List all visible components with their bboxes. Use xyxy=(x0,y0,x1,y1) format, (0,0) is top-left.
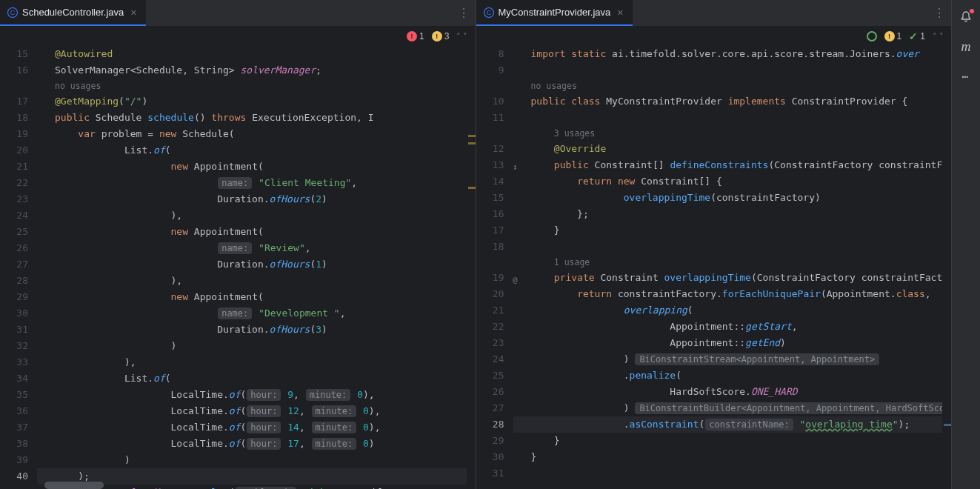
right-code[interactable]: import static ai.timefold.solver.core.ap… xyxy=(513,46,952,489)
left-gutter: 1516171819202122232425262728293031323334… xyxy=(0,46,37,489)
svg-text:C: C xyxy=(10,9,16,16)
tab-menu-icon[interactable]: ⋮ xyxy=(452,6,476,20)
warning-badge[interactable]: !1 xyxy=(884,31,902,41)
right-editor-pane: C MyConstraintProvider.java × ⋮ !1 ✓1 ˄ … xyxy=(476,0,952,489)
horizontal-scrollbar[interactable] xyxy=(44,482,104,489)
success-badge[interactable] xyxy=(867,31,877,41)
close-icon[interactable]: × xyxy=(615,7,625,18)
tab-menu-icon[interactable]: ⋮ xyxy=(927,6,951,20)
tab-constraint-provider[interactable]: C MyConstraintProvider.java × xyxy=(476,0,633,26)
right-gutter: 8910111213↕141516171819@2021222324252627… xyxy=(476,46,513,489)
tab-label: ScheduleController.java xyxy=(22,7,124,18)
left-error-stripe[interactable] xyxy=(467,46,476,489)
nav-up-down-icon[interactable]: ˄ ˅ xyxy=(933,32,944,41)
left-inspection-bar: !1 !3 ˄ ˅ xyxy=(0,27,476,46)
tab-schedule-controller[interactable]: C ScheduleController.java × xyxy=(0,0,146,26)
right-code-area[interactable]: 8910111213↕141516171819@2021222324252627… xyxy=(476,46,952,489)
right-error-stripe[interactable] xyxy=(942,46,951,489)
java-class-icon: C xyxy=(484,7,494,18)
typo-badge[interactable]: ✓1 xyxy=(909,30,925,42)
right-inspection-bar: !1 ✓1 ˄ ˅ xyxy=(476,27,952,46)
right-tabbar: C MyConstraintProvider.java × ⋮ xyxy=(476,0,952,27)
ide-main: C ScheduleController.java × ⋮ !1 !3 ˄ ˅ … xyxy=(0,0,951,489)
svg-text:C: C xyxy=(486,9,491,16)
notifications-icon[interactable] xyxy=(958,9,974,25)
right-toolbar: m ⋯ xyxy=(951,0,980,489)
error-badge[interactable]: !1 xyxy=(407,31,424,41)
left-tabbar: C ScheduleController.java × ⋮ xyxy=(0,0,476,27)
editor-split: C ScheduleController.java × ⋮ !1 !3 ˄ ˅ … xyxy=(0,0,951,489)
maven-icon[interactable]: m xyxy=(958,39,974,55)
tab-label: MyConstraintProvider.java xyxy=(499,7,611,18)
left-code-area[interactable]: 1516171819202122232425262728293031323334… xyxy=(0,46,476,489)
more-icon[interactable]: ⋯ xyxy=(958,68,974,84)
java-class-icon: C xyxy=(7,7,18,18)
left-editor-pane: C ScheduleController.java × ⋮ !1 !3 ˄ ˅ … xyxy=(0,0,476,489)
notification-dot xyxy=(970,9,974,13)
nav-up-down-icon[interactable]: ˄ ˅ xyxy=(456,32,467,41)
close-icon[interactable]: × xyxy=(128,7,139,18)
left-code[interactable]: @AutowiredSolverManager<Schedule, String… xyxy=(37,46,476,489)
warning-badge[interactable]: !3 xyxy=(432,31,450,41)
